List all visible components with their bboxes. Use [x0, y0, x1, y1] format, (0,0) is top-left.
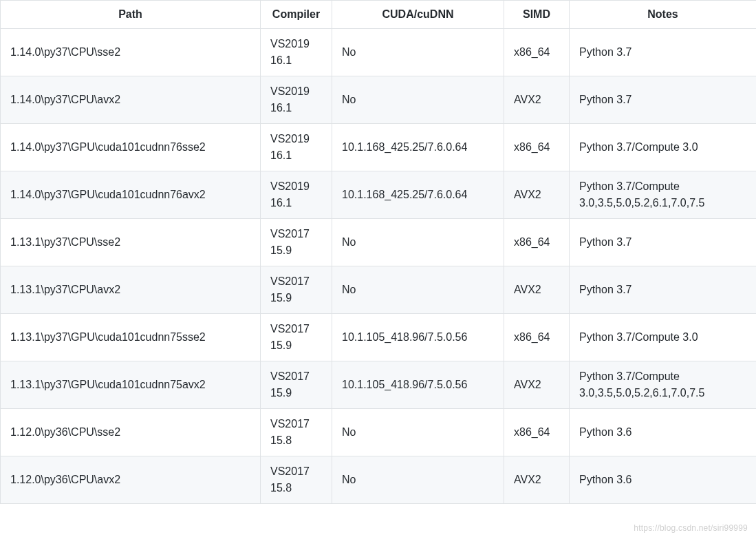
- table-row: 1.14.0\py37\GPU\cuda101cudnn76sse2 VS201…: [1, 124, 757, 171]
- col-header-cuda: CUDA/cuDNN: [332, 1, 504, 29]
- table-header: Path Compiler CUDA/cuDNN SIMD Notes: [1, 1, 757, 29]
- table-row: 1.14.0\py37\CPU\sse2 VS2019 16.1 No x86_…: [1, 29, 757, 76]
- cell-notes: Python 3.7: [570, 266, 757, 314]
- cell-notes: Python 3.7: [570, 76, 757, 124]
- cell-notes: Python 3.6: [570, 409, 757, 456]
- cell-simd: x86_64: [504, 124, 570, 171]
- cell-compiler: VS2019 16.1: [261, 76, 332, 124]
- cell-simd: x86_64: [504, 314, 570, 361]
- cell-cuda: No: [332, 409, 504, 456]
- cell-simd: AVX2: [504, 76, 570, 124]
- cell-cuda: No: [332, 219, 504, 266]
- cell-cuda: No: [332, 76, 504, 124]
- cell-notes: Python 3.7: [570, 29, 757, 76]
- cell-compiler: VS2019 16.1: [261, 124, 332, 171]
- cell-path: 1.13.1\py37\GPU\cuda101cudnn75avx2: [1, 361, 261, 409]
- table-row: 1.14.0\py37\GPU\cuda101cudnn76avx2 VS201…: [1, 171, 757, 219]
- cell-path: 1.14.0\py37\CPU\sse2: [1, 29, 261, 76]
- cell-cuda: No: [332, 456, 504, 504]
- cell-path: 1.12.0\py36\CPU\avx2: [1, 456, 261, 504]
- cell-simd: AVX2: [504, 456, 570, 504]
- cell-simd: AVX2: [504, 171, 570, 219]
- cell-compiler: VS2017 15.9: [261, 266, 332, 314]
- cell-compiler: VS2017 15.9: [261, 314, 332, 361]
- cell-compiler: VS2017 15.9: [261, 219, 332, 266]
- cell-cuda: No: [332, 266, 504, 314]
- cell-notes: Python 3.6: [570, 456, 757, 504]
- cell-compiler: VS2017 15.8: [261, 456, 332, 504]
- table-row: 1.14.0\py37\CPU\avx2 VS2019 16.1 No AVX2…: [1, 76, 757, 124]
- table-row: 1.13.1\py37\CPU\sse2 VS2017 15.9 No x86_…: [1, 219, 757, 266]
- cell-cuda: 10.1.168_425.25/7.6.0.64: [332, 124, 504, 171]
- cell-compiler: VS2017 15.8: [261, 409, 332, 456]
- cell-cuda: 10.1.105_418.96/7.5.0.56: [332, 361, 504, 409]
- cell-compiler: VS2019 16.1: [261, 29, 332, 76]
- cell-cuda: No: [332, 29, 504, 76]
- table-row: 1.12.0\py36\CPU\sse2 VS2017 15.8 No x86_…: [1, 409, 757, 456]
- cell-simd: AVX2: [504, 266, 570, 314]
- cell-cuda: 10.1.168_425.25/7.6.0.64: [332, 171, 504, 219]
- cell-simd: x86_64: [504, 29, 570, 76]
- cell-compiler: VS2019 16.1: [261, 171, 332, 219]
- col-header-notes: Notes: [570, 1, 757, 29]
- cell-path: 1.13.1\py37\GPU\cuda101cudnn75sse2: [1, 314, 261, 361]
- cell-notes: Python 3.7/Compute 3.0: [570, 314, 757, 361]
- cell-path: 1.14.0\py37\GPU\cuda101cudnn76avx2: [1, 171, 261, 219]
- cell-path: 1.12.0\py36\CPU\sse2: [1, 409, 261, 456]
- cell-simd: x86_64: [504, 409, 570, 456]
- cell-path: 1.13.1\py37\CPU\avx2: [1, 266, 261, 314]
- col-header-simd: SIMD: [504, 1, 570, 29]
- cell-notes: Python 3.7/Compute 3.0,3.5,5.0,5.2,6.1,7…: [570, 171, 757, 219]
- col-header-compiler: Compiler: [261, 1, 332, 29]
- cell-simd: x86_64: [504, 219, 570, 266]
- cell-simd: AVX2: [504, 361, 570, 409]
- table-row: 1.13.1\py37\CPU\avx2 VS2017 15.9 No AVX2…: [1, 266, 757, 314]
- cell-notes: Python 3.7/Compute 3.0: [570, 124, 757, 171]
- cell-cuda: 10.1.105_418.96/7.5.0.56: [332, 314, 504, 361]
- table-row: 1.13.1\py37\GPU\cuda101cudnn75avx2 VS201…: [1, 361, 757, 409]
- cell-notes: Python 3.7: [570, 219, 757, 266]
- table-row: 1.13.1\py37\GPU\cuda101cudnn75sse2 VS201…: [1, 314, 757, 361]
- cell-path: 1.13.1\py37\CPU\sse2: [1, 219, 261, 266]
- cell-path: 1.14.0\py37\CPU\avx2: [1, 76, 261, 124]
- cell-path: 1.14.0\py37\GPU\cuda101cudnn76sse2: [1, 124, 261, 171]
- table-body: 1.14.0\py37\CPU\sse2 VS2019 16.1 No x86_…: [1, 29, 757, 504]
- builds-table: Path Compiler CUDA/cuDNN SIMD Notes 1.14…: [0, 0, 756, 504]
- cell-notes: Python 3.7/Compute 3.0,3.5,5.0,5.2,6.1,7…: [570, 361, 757, 409]
- table-row: 1.12.0\py36\CPU\avx2 VS2017 15.8 No AVX2…: [1, 456, 757, 504]
- cell-compiler: VS2017 15.9: [261, 361, 332, 409]
- col-header-path: Path: [1, 1, 261, 29]
